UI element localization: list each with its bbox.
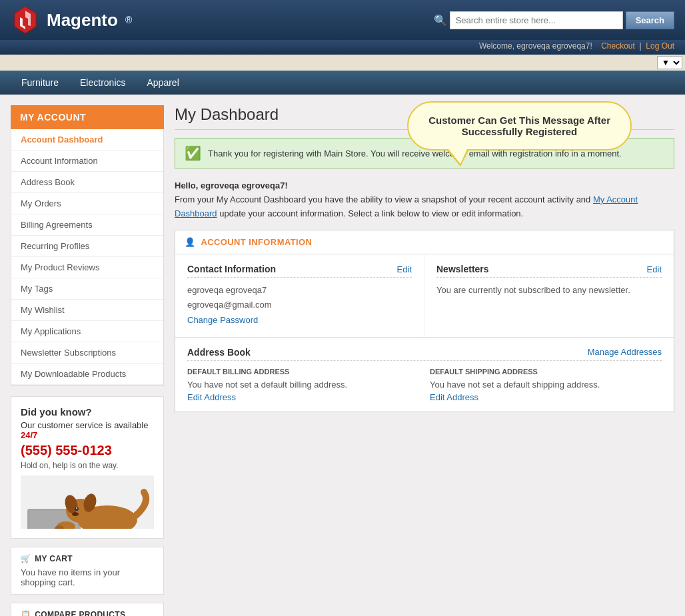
sidebar-menu: Account Dashboard Account Information Ad… (11, 129, 164, 386)
contact-info-col: Contact Information Edit egroveqa egrove… (175, 254, 424, 336)
magento-logo-icon (11, 5, 40, 35)
speech-bubble-line1: Customer Can Get This Message After (428, 115, 610, 126)
sidebar-item-recurring-profiles[interactable]: Recurring Profiles (11, 236, 163, 257)
contact-info-title: Contact Information (187, 264, 276, 274)
address-book-header: Address Book Manage Addresses (187, 347, 662, 361)
dropdown-bar: ▼ (0, 55, 685, 71)
nav-item-electronics[interactable]: Electronics (69, 71, 136, 95)
header-welcome: Welcome, egroveqa egroveqa7! Checkout | … (0, 40, 685, 55)
hello-body-1: From your My Account Dashboard you have … (175, 194, 590, 204)
main-container: MY ACCOUNT Account Dashboard Account Inf… (0, 95, 685, 616)
welcome-text: Welcome, egroveqa egroveqa7! (479, 41, 592, 51)
sidebar-item-account-information[interactable]: Account Information (11, 151, 163, 172)
speech-bubble-line2: Successfully Registered (462, 126, 577, 137)
availability-text: 24/7 (21, 430, 37, 440)
sidebar-title: MY ACCOUNT (11, 105, 164, 129)
hello-body-2: update your account information. Select … (219, 208, 523, 218)
default-billing-address: DEFAULT BILLING ADDRESS You have not set… (187, 368, 419, 402)
logo-reg: ® (125, 15, 132, 25)
sidebar-item-my-tags[interactable]: My Tags (11, 278, 163, 300)
contact-email: egroveqa@gmail.com (187, 298, 412, 312)
did-you-know-box: Did you know? Our customer service is av… (11, 396, 164, 539)
contact-info-edit-link[interactable]: Edit (397, 264, 412, 274)
billing-address-title: DEFAULT BILLING ADDRESS (187, 368, 419, 376)
header: Magento® 🔍 Search (0, 0, 685, 40)
my-cart-title: 🛒 MY CART (21, 554, 154, 563)
newsletters-edit-link[interactable]: Edit (647, 264, 662, 274)
sidebar-item-my-wishlist[interactable]: My Wishlist (11, 300, 163, 321)
phone-number: (555) 555-0123 (21, 443, 154, 458)
search-area: 🔍 Search (434, 11, 674, 29)
account-info-title: 👤 ACCOUNT INFORMATION (175, 230, 674, 254)
success-icon: ✅ (185, 145, 201, 161)
newsletters-content: You are currently not subscribed to any … (436, 283, 662, 298)
sidebar-item-billing-agreements[interactable]: Billing Agreements (11, 214, 163, 236)
sidebar-item-address-book[interactable]: Address Book (11, 172, 163, 193)
compare-icon: 📋 (21, 610, 31, 616)
manage-addresses-link[interactable]: Manage Addresses (588, 347, 662, 357)
svg-point-12 (72, 512, 79, 516)
account-info-section: 👤 ACCOUNT INFORMATION Contact Informatio… (175, 230, 674, 412)
dog-svg (21, 475, 154, 529)
my-cart-text: You have no items in your shopping cart. (21, 567, 154, 587)
compare-products-box: 📋 COMPARE PRODUCTS You have no items to … (11, 603, 164, 616)
svg-point-11 (76, 507, 77, 509)
sidebar-item-my-orders[interactable]: My Orders (11, 193, 163, 214)
sidebar-item-my-downloadable-products[interactable]: My Downloadable Products (11, 364, 163, 385)
newsletters-col: Newsletters Edit You are currently not s… (424, 254, 674, 336)
cart-icon: 🛒 (21, 554, 31, 563)
currency-dropdown[interactable]: ▼ (657, 56, 682, 69)
compare-products-title: 📋 COMPARE PRODUCTS (21, 610, 154, 616)
default-shipping-address: DEFAULT SHIPPING ADDRESS You have not se… (430, 368, 662, 402)
sidebar-item-my-product-reviews[interactable]: My Product Reviews (11, 257, 163, 278)
address-grid: DEFAULT BILLING ADDRESS You have not set… (187, 368, 662, 402)
nav-item-apparel[interactable]: Apparel (137, 71, 190, 95)
change-password-link[interactable]: Change Password (187, 315, 258, 325)
did-you-know-title: Did you know? (21, 406, 154, 418)
hello-heading: Hello, egroveqa egroveqa7! (175, 180, 288, 190)
sidebar-item-account-dashboard[interactable]: Account Dashboard (11, 129, 163, 151)
sidebar: MY ACCOUNT Account Dashboard Account Inf… (11, 105, 164, 616)
hello-text: Hello, egroveqa egroveqa7! From your My … (175, 179, 674, 220)
search-button[interactable]: Search (626, 11, 674, 29)
my-cart-box: 🛒 MY CART You have no items in your shop… (11, 547, 164, 595)
nav-item-furniture[interactable]: Furniture (11, 71, 69, 95)
newsletters-header: Newsletters Edit (436, 264, 662, 278)
shipping-address-text: You have not set a default shipping addr… (430, 380, 662, 390)
contact-info-header: Contact Information Edit (187, 264, 412, 278)
tagline-text: Hold on, help is on the way. (21, 461, 154, 470)
search-icon: 🔍 (434, 14, 447, 27)
contact-info-content: egroveqa egroveqa7 egroveqa@gmail.com Ch… (187, 283, 412, 327)
sidebar-item-my-applications[interactable]: My Applications (11, 321, 163, 342)
nav-bar: Furniture Electronics Apparel (0, 71, 685, 95)
account-info-icon: 👤 (185, 237, 195, 247)
billing-address-text: You have not set a default billing addre… (187, 380, 419, 390)
contact-name: egroveqa egroveqa7 (187, 283, 412, 298)
address-book-title: Address Book (187, 347, 251, 358)
dog-image (21, 475, 154, 529)
newsletters-title: Newsletters (436, 264, 489, 274)
billing-edit-address-link[interactable]: Edit Address (187, 392, 236, 402)
did-you-know-subtitle: Our customer service is available 24/7 (21, 420, 154, 440)
checkout-link[interactable]: Checkout (601, 41, 635, 51)
address-book-section: Address Book Manage Addresses DEFAULT BI… (175, 337, 674, 412)
shipping-address-title: DEFAULT SHIPPING ADDRESS (430, 368, 662, 376)
logout-link[interactable]: Log Out (646, 41, 674, 51)
newsletters-text: You are currently not subscribed to any … (436, 285, 630, 295)
logo-text: Magento (47, 10, 118, 31)
sidebar-item-newsletter-subscriptions[interactable]: Newsletter Subscriptions (11, 342, 163, 364)
shipping-edit-address-link[interactable]: Edit Address (430, 392, 478, 402)
search-input[interactable] (450, 11, 623, 29)
account-grid: Contact Information Edit egroveqa egrove… (175, 254, 674, 336)
speech-bubble: Customer Can Get This Message After Succ… (407, 101, 632, 151)
main-content: My Dashboard ✅ Thank you for registering… (175, 105, 674, 616)
logo-area: Magento® (11, 5, 132, 35)
